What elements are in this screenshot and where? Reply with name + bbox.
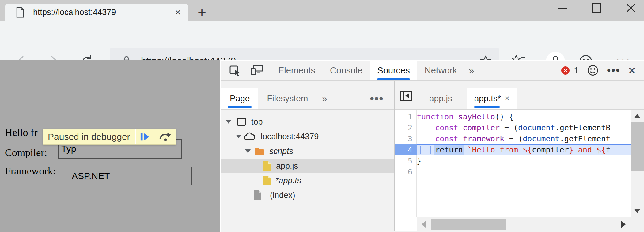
more-tabs-chevron[interactable]: » bbox=[464, 61, 479, 80]
tree-item-label: (index) bbox=[270, 191, 295, 200]
error-count[interactable]: 1 bbox=[574, 65, 579, 75]
step-over-button[interactable] bbox=[155, 129, 176, 144]
tree-item-label: scripts bbox=[269, 147, 293, 156]
code-text: function sayHello() { bbox=[417, 111, 631, 122]
step-over-icon bbox=[159, 131, 172, 142]
resume-script-button[interactable] bbox=[136, 129, 155, 144]
navigator-sidebar: Page Filesystem » ••• top bbox=[221, 81, 395, 231]
window-controls bbox=[558, 1, 635, 15]
framework-input[interactable]: ASP.NET bbox=[69, 167, 192, 185]
framework-input-value: ASP.NET bbox=[72, 171, 110, 181]
browser-window: https://localhost:44379 × + https://loca… bbox=[0, 0, 644, 232]
line-number[interactable]: 4 bbox=[395, 144, 417, 155]
tab-console[interactable]: Console bbox=[323, 61, 370, 80]
error-badge-icon[interactable] bbox=[561, 66, 570, 75]
line-number[interactable]: 3 bbox=[395, 133, 417, 144]
nav-more-tabs-chevron[interactable]: » bbox=[322, 88, 327, 109]
navigator-more-button[interactable]: ••• bbox=[370, 88, 384, 109]
nav-tab-filesystem[interactable]: Filesystem bbox=[258, 88, 316, 109]
devtools-toolbar-right: 1 ••• × bbox=[561, 64, 644, 77]
editor-tab-appts[interactable]: app.ts* × bbox=[467, 88, 517, 109]
navigator-tab-strip: Page Filesystem » ••• bbox=[221, 81, 394, 110]
devtools-feedback-smiley-icon[interactable] bbox=[587, 64, 599, 77]
devtools-more-button[interactable]: ••• bbox=[607, 64, 620, 77]
file-icon bbox=[253, 190, 262, 200]
page-content: Hello fr Compiler: Typ Framework: ASP.NE… bbox=[0, 60, 220, 232]
code-line-paused: 4 return `Hello from ${compiler} and ${f bbox=[395, 144, 631, 155]
compiler-input-value: Typ bbox=[61, 144, 76, 154]
code-editor: app.js app.ts* × 1 function sayHello() { bbox=[395, 81, 644, 231]
devtools-panel: Elements Console Sources Network » 1 •••… bbox=[220, 60, 644, 232]
tree-item-index[interactable]: (index) bbox=[221, 188, 394, 203]
scroll-down-arrow[interactable] bbox=[634, 209, 641, 213]
editor-tab-strip: app.js app.ts* × bbox=[395, 81, 644, 110]
device-toolbar-icon[interactable] bbox=[250, 64, 264, 77]
scroll-up-arrow[interactable] bbox=[634, 114, 641, 118]
tab-sources-label: Sources bbox=[377, 65, 410, 76]
maximize-button[interactable] bbox=[592, 3, 601, 13]
execution-tick bbox=[420, 146, 421, 154]
tab-title: https://localhost:44379 bbox=[33, 8, 116, 17]
code-text: const framework = (document.getElement bbox=[417, 133, 631, 144]
tree-item-scripts[interactable]: scripts bbox=[221, 144, 394, 159]
tree-item-label: *app.ts bbox=[275, 176, 301, 185]
cloud-icon bbox=[243, 132, 256, 141]
scroll-right-arrow[interactable] bbox=[621, 221, 626, 228]
tab-bar: https://localhost:44379 × + bbox=[0, 0, 644, 21]
frame-icon bbox=[237, 117, 246, 126]
code-text: const compiler = (document.getElementB bbox=[417, 122, 631, 133]
paused-token: return bbox=[435, 145, 463, 154]
expand-arrow-icon[interactable] bbox=[236, 135, 241, 138]
horizontal-scrollbar[interactable] bbox=[417, 217, 631, 232]
code-line: 5 } bbox=[395, 155, 631, 167]
tree-item-host[interactable]: localhost:44379 bbox=[221, 129, 394, 144]
minimize-button[interactable] bbox=[558, 8, 567, 9]
tree-item-label: app.js bbox=[276, 161, 298, 171]
nav-tab-page[interactable]: Page bbox=[221, 88, 258, 109]
scroll-left-arrow[interactable] bbox=[422, 221, 426, 228]
expand-arrow-icon[interactable] bbox=[245, 149, 251, 153]
window-close-button[interactable] bbox=[626, 3, 635, 13]
page-favicon-icon bbox=[15, 6, 25, 18]
expand-arrow-icon[interactable] bbox=[226, 120, 231, 124]
framework-label: Framework: bbox=[5, 165, 56, 177]
tree-item-appts[interactable]: *app.ts bbox=[221, 173, 394, 188]
horizontal-scroll-thumb[interactable] bbox=[431, 219, 506, 230]
line-number[interactable]: 6 bbox=[395, 167, 417, 178]
paused-in-debugger-banner: Paused in debugger bbox=[43, 129, 176, 145]
resume-icon bbox=[139, 132, 151, 142]
editor-tab-close-button[interactable]: × bbox=[505, 94, 510, 103]
inspect-element-icon[interactable] bbox=[229, 64, 241, 77]
tree-item-appjs[interactable]: app.js bbox=[221, 159, 394, 173]
scrollbar-corner bbox=[631, 217, 644, 232]
tab-network[interactable]: Network bbox=[417, 61, 464, 80]
active-tab-underline bbox=[377, 78, 410, 80]
sources-panel: Page Filesystem » ••• top bbox=[221, 81, 644, 231]
file-tree: top localhost:44379 scri bbox=[221, 110, 394, 203]
editor-body[interactable]: 1 function sayHello() { 2 const compiler… bbox=[395, 110, 644, 231]
devtools-close-button[interactable]: × bbox=[628, 64, 635, 77]
active-tab-underline bbox=[474, 106, 500, 108]
code-text bbox=[417, 167, 631, 178]
tree-item-label: top bbox=[251, 117, 263, 127]
line-number[interactable]: 2 bbox=[395, 122, 417, 133]
line-number[interactable]: 1 bbox=[395, 111, 417, 122]
new-tab-button[interactable]: + bbox=[194, 6, 210, 19]
line-number[interactable]: 5 bbox=[395, 155, 417, 167]
browser-tab[interactable]: https://localhost:44379 × bbox=[5, 4, 188, 21]
code-area[interactable]: 1 function sayHello() { 2 const compiler… bbox=[395, 110, 631, 178]
code-line: 3 const framework = (document.getElement bbox=[395, 133, 631, 144]
tab-elements[interactable]: Elements bbox=[271, 61, 323, 80]
tab-sources[interactable]: Sources bbox=[370, 61, 417, 80]
tree-item-top[interactable]: top bbox=[221, 114, 394, 129]
vertical-scrollbar[interactable] bbox=[631, 110, 644, 217]
collapse-sidebar-icon[interactable] bbox=[399, 89, 413, 102]
editor-tab-appjs[interactable]: app.js bbox=[422, 88, 460, 109]
file-icon bbox=[263, 175, 271, 186]
tab-close-button[interactable]: × bbox=[175, 7, 181, 17]
page-heading: Hello fr bbox=[5, 127, 38, 138]
vertical-scroll-thumb[interactable] bbox=[631, 122, 644, 171]
editor-tab-appts-label: app.ts* bbox=[474, 94, 501, 103]
folder-icon bbox=[255, 147, 264, 156]
code-line: 2 const compiler = (document.getElementB bbox=[395, 122, 631, 133]
